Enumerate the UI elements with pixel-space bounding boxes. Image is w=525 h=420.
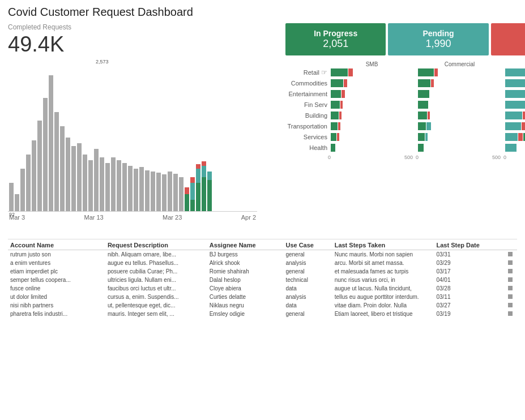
table-cell-5: 03/27 [434,301,506,310]
table-cell-0: semper tellus coopera... [8,276,105,284]
row-indicator [506,276,517,284]
th-use-case: Use Case [283,239,332,250]
table-cell-0: a enim ventures [8,259,105,267]
status-card-on-hold: On Hold 509 [491,23,525,55]
entertainment-smb [331,90,416,98]
table-cell-3: general [283,267,332,276]
table-cell-3: general [283,250,332,259]
row-indicator [506,267,517,276]
completed-label: Completed Requests [8,23,257,31]
industry-row-retail: Retail ☞ [263,68,525,76]
table-cell-1: mauris. Integer sem elit, ... [105,310,207,318]
enterprise-axis: 0500 [503,155,525,160]
table-row[interactable]: pharetra felis industri...mauris. Intege… [8,310,517,318]
industry-label-health: Health [263,144,331,151]
commodities-smb [331,79,416,87]
th-assignee-name: Assignee Name [207,239,284,250]
header-smb: SMB [328,61,416,67]
table-cell-2: Emsley odigie [207,310,284,318]
commercial-axis: 0500 [416,155,501,160]
grouped-bars-section: SMB Commercial Enterprise Retail ☞ [263,61,525,234]
building-commercial [418,112,503,119]
table-cell-2: BJ burgess [207,250,284,259]
industry-label-finserv: Fin Serv [263,101,331,108]
table-row[interactable]: etiam imperdiet plcposuere cubilia Curae… [8,267,517,276]
table-cell-4: nunc risus varius orci, in [332,276,434,284]
table-row[interactable]: nisi nibh partnersut, pellentesque eget,… [8,301,517,310]
building-bars [331,112,525,119]
transportation-bars [331,122,525,130]
page-title: Covid Customer Request Dashboard [8,6,517,19]
health-enterprise [505,144,525,152]
header-commercial: Commercial [416,61,503,67]
status-card-pending: Pending 1,990 [388,23,488,55]
table-cell-5: 04/01 [434,276,506,284]
smb-axis: 0500 [328,155,413,160]
transportation-smb [331,122,416,130]
table-cell-4: et malesuada fames ac turpis [332,267,434,276]
row-indicator [506,284,517,293]
table-cell-0: etiam imperdiet plc [8,267,105,276]
row-indicator [506,293,517,301]
table-header-row: Account Name Request Description Assigne… [8,239,517,250]
table-row[interactable]: semper tellus coopera...ultricies ligula… [8,276,517,284]
right-panel: In Progress 2,051 Pending 1,990 On Hold … [263,23,525,234]
industry-row-transportation: Transportation [263,122,525,130]
column-headers: SMB Commercial Enterprise [328,61,525,67]
table-cell-0: nisi nibh partners [8,301,105,310]
table-cell-0: rutrum justo son [8,250,105,259]
services-bars [331,133,525,141]
chart-bottom-label: 92 [9,212,15,217]
commodities-enterprise [505,79,525,87]
top-section: Completed Requests 49.4K 2,573 [8,23,517,234]
pending-label: Pending [392,29,484,38]
industry-label-building: Building [263,112,331,119]
retail-bars [331,68,525,76]
table-row[interactable]: ut dolor limitedcursus a, enim. Suspendi… [8,293,517,301]
th-last-step-date: Last Step Date [434,239,506,250]
industry-label-commodities: Commodities [263,80,331,87]
table-row[interactable]: fusce onlinefaucibus orci luctus et ultr… [8,284,517,293]
left-panel: Completed Requests 49.4K 2,573 [8,23,257,234]
table-row[interactable]: rutrum justo sonnibh. Aliquam ornare, li… [8,250,517,259]
retail-smb [331,68,416,76]
table-cell-0: fusce online [8,284,105,293]
status-card-in-progress: In Progress 2,051 [285,23,386,55]
industry-row-building: Building [263,112,525,119]
finserv-smb [331,101,416,109]
table-cell-5: 03/19 [434,310,506,318]
table-cell-2: Curties delatte [207,293,284,301]
bar-chart [8,59,257,212]
data-table: Account Name Request Description Assigne… [8,239,517,318]
table-cell-1: cursus a, enim. Suspendis... [105,293,207,301]
building-enterprise [505,112,525,119]
table-cell-0: ut dolor limited [8,293,105,301]
pending-value: 1,990 [392,38,484,50]
cursor-icon: ☞ [321,68,327,76]
table-cell-0: pharetra felis industri... [8,310,105,318]
table-row[interactable]: a enim venturesaugue eu tellus. Phasellu… [8,259,517,267]
th-account-name: Account Name [8,239,105,250]
industry-row-health: Health [263,144,525,152]
finserv-enterprise [505,101,525,109]
table-cell-4: arcu. Morbi sit amet massa. [332,259,434,267]
table-cell-1: augue eu tellus. Phasellus... [105,259,207,267]
x-label-mar13: Mar 13 [84,214,103,221]
in-progress-value: 2,051 [290,38,381,50]
table-cell-4: Etiam laoreet, libero et tristique [332,310,434,318]
header-enterprise: Enterprise [503,61,525,67]
x-label-mar23: Mar 23 [163,214,182,221]
industry-row-finserv: Fin Serv [263,101,525,109]
x-label-apr2: Apr 2 [241,214,256,221]
th-request-description: Request Description [105,239,207,250]
on-hold-value: 509 [496,38,525,50]
retail-commercial [418,68,503,76]
table-cell-1: posuere cubilia Curae; Ph... [105,267,207,276]
services-commercial [418,133,503,141]
industry-row-entertainment: Entertainment [263,90,525,98]
services-smb [331,133,416,141]
commodities-bars [331,79,525,87]
finserv-bars [331,101,525,109]
status-cards: In Progress 2,051 Pending 1,990 On Hold … [285,23,525,55]
industry-label-entertainment: Entertainment [263,91,331,97]
